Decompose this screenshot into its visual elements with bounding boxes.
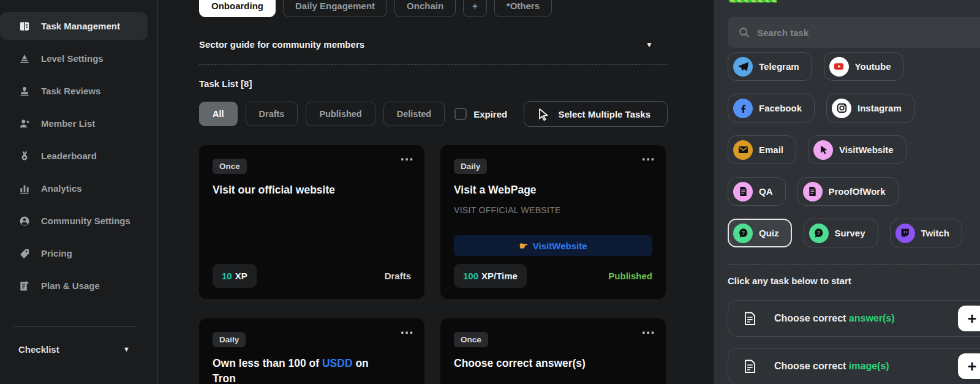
task-type-label: Email — [759, 145, 783, 155]
task-type-label: VisitWebsite — [839, 145, 894, 155]
bar-chart-icon — [18, 183, 31, 195]
sidebar-item-level-settings[interactable]: Level Settings — [0, 45, 157, 72]
kebab-menu-icon[interactable]: ⋯ — [400, 325, 413, 341]
task-management-page: { "colors": { "accent_teal": "#1fc7a8", … — [0, 0, 980, 384]
sidebar-item-label: Task Management — [41, 21, 120, 31]
task-type-quiz[interactable]: ?Quiz — [728, 219, 792, 247]
sidebar-item-label: Community Settings — [41, 216, 130, 226]
task-type-email[interactable]: Email — [728, 135, 796, 164]
task-type-label: Survey — [835, 228, 865, 238]
task-card-footer: 10XPDrafts — [213, 264, 411, 288]
sidebar-item-pricing[interactable]: Pricing — [0, 239, 157, 267]
tab-onchain[interactable]: Onchain — [394, 0, 456, 17]
start-task-answers[interactable]: Choose correct answer(s)+ — [728, 300, 980, 337]
task-type-row: EmailVisitWebsite — [728, 135, 980, 164]
main-content: OnboardingDaily EngagementOnchain+*Other… — [159, 0, 714, 384]
xp-unit: XP — [235, 271, 247, 281]
sidebar-item-community-settings[interactable]: Community Settings — [0, 207, 157, 235]
task-card-title: Own less than 100 of USDD onTron — [213, 356, 406, 384]
task-type-telegram[interactable]: Telegram — [728, 52, 812, 81]
filter-published[interactable]: Published — [306, 102, 375, 126]
search-icon — [738, 26, 750, 39]
sidebar-item-leaderboard[interactable]: Leaderboard — [0, 142, 157, 170]
task-type-qa[interactable]: QA — [728, 177, 786, 206]
question-bubble-icon: ? — [733, 224, 753, 243]
level-icon — [18, 53, 31, 65]
task-card[interactable]: Once⋯Visit our official website10XPDraft… — [199, 145, 424, 299]
expired-checkbox[interactable] — [454, 108, 467, 120]
start-task-images[interactable]: Choose correct image(s)+ — [728, 348, 980, 384]
token-link: USDD — [322, 357, 353, 369]
instagram-icon — [832, 99, 851, 118]
chevron-down-icon[interactable]: ▼ — [646, 41, 653, 48]
task-type-proofofwork[interactable]: ProofOfWork — [797, 177, 899, 206]
start-section-title: Click any task below to start — [728, 276, 980, 286]
task-type-row: TelegramYoutube — [728, 52, 980, 81]
tab-onboarding[interactable]: Onboarding — [199, 0, 276, 17]
task-card-subtitle: VISIT OFFICIAL WEBSITE — [454, 205, 652, 215]
stamp-icon — [18, 85, 31, 97]
select-multiple-tasks-button[interactable]: Select Multiple Tasks — [524, 101, 668, 127]
task-card[interactable]: Daily⋯Own less than 100 of USDD onTron — [199, 318, 424, 384]
highlight-text: answer(s) — [849, 313, 895, 323]
filter-drafts[interactable]: Drafts — [246, 102, 298, 126]
task-card-title: Visit our official website — [213, 183, 406, 198]
task-type-twitch[interactable]: Twitch — [890, 219, 962, 247]
tab-[interactable]: + — [463, 0, 487, 17]
document-edit-icon — [18, 280, 31, 292]
task-card-footer: 100XP/TimePublished — [454, 264, 652, 288]
sidebar-item-plan-usage[interactable]: Plan & Usage — [0, 272, 157, 299]
status-filters: AllDraftsPublishedDelisted — [199, 102, 453, 126]
task-type-label: Youtube — [855, 61, 891, 72]
kebab-menu-icon[interactable]: ⋯ — [641, 325, 655, 341]
medal-icon — [18, 150, 31, 162]
telegram-icon — [733, 57, 753, 77]
sidebar-nav-list: Task ManagementLevel SettingsTask Review… — [0, 0, 157, 299]
task-card[interactable]: Once⋯Choose correct answer(s) — [440, 318, 666, 384]
sidebar-item-label: Level Settings — [41, 53, 104, 64]
xp-badge: 100XP/Time — [454, 264, 527, 288]
sidebar-checklist-toggle[interactable]: Checklist ▼ — [0, 339, 142, 360]
task-cards-grid: Once⋯Visit our official website10XPDraft… — [199, 145, 668, 384]
task-type-label: QA — [759, 186, 773, 197]
kebab-menu-icon[interactable]: ⋯ — [400, 151, 413, 167]
sidebar-item-task-reviews[interactable]: Task Reviews — [0, 77, 157, 105]
sector-tabs: OnboardingDaily EngagementOnchain+*Other… — [199, 0, 668, 17]
sidebar-item-label: Plan & Usage — [41, 280, 100, 291]
sector-guide-row[interactable]: Sector guide for community members ▼ — [199, 39, 668, 50]
search-input[interactable] — [757, 28, 980, 38]
task-type-survey[interactable]: ?Survey — [804, 219, 878, 247]
sidebar-item-member-list[interactable]: Member List — [0, 110, 157, 137]
tag-icon — [18, 247, 31, 260]
highlight-text: image(s) — [849, 361, 889, 371]
task-type-label: Quiz — [759, 228, 779, 238]
sidebar-item-task-management[interactable]: Task Management — [0, 12, 148, 40]
tab-dailyengagement[interactable]: Daily Engagement — [283, 0, 387, 17]
document-icon — [733, 182, 753, 201]
task-list-title: Task List [8] — [199, 78, 668, 89]
task-type-facebook[interactable]: Facebook — [728, 94, 815, 122]
frequency-badge: Daily — [213, 332, 246, 347]
xp-value: 100 — [463, 271, 478, 281]
task-type-youtube[interactable]: Youtube — [824, 52, 904, 81]
checklist-label: Checklist — [18, 344, 59, 355]
frequency-badge: Daily — [454, 159, 487, 174]
tab-others[interactable]: *Others — [494, 0, 552, 17]
book-icon — [18, 20, 31, 32]
cursor-click-icon — [813, 140, 833, 160]
kebab-menu-icon[interactable]: ⋯ — [641, 151, 655, 167]
sidebar-item-analytics[interactable]: Analytics — [0, 175, 157, 202]
visit-website-action[interactable]: ☛VisitWebsite — [454, 235, 652, 256]
task-search-box[interactable] — [728, 17, 980, 48]
twitch-icon — [895, 224, 915, 243]
filter-delisted[interactable]: Delisted — [383, 102, 445, 126]
task-card[interactable]: Daily⋯Visit a WebPageVISIT OFFICIAL WEBS… — [440, 145, 666, 299]
add-task-button[interactable]: + — [958, 306, 980, 331]
filter-all[interactable]: All — [199, 102, 238, 126]
document-icon — [743, 311, 757, 326]
task-type-visitwebsite[interactable]: VisitWebsite — [808, 135, 907, 164]
pointing-hand-icon: ☛ — [519, 240, 528, 252]
add-task-button[interactable]: + — [958, 353, 980, 379]
select-multiple-tasks-label: Select Multiple Tasks — [558, 109, 650, 119]
task-type-instagram[interactable]: Instagram — [826, 94, 914, 122]
